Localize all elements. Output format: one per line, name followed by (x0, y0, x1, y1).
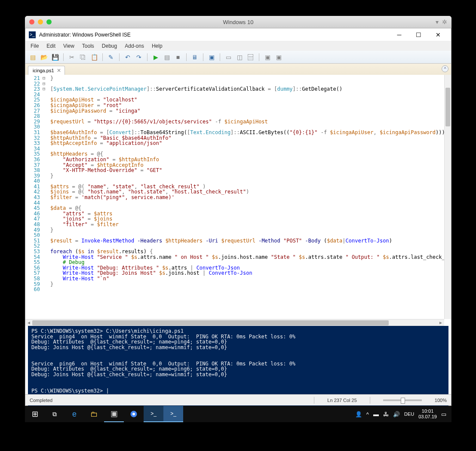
editor-vscroll[interactable] (444, 75, 451, 319)
paste-icon[interactable]: 📋 (89, 52, 99, 62)
status-text: Completed (30, 398, 52, 403)
edge-icon[interactable]: e (64, 406, 84, 422)
collapse-pane-icon[interactable]: ^ (442, 65, 448, 72)
tab-close-icon[interactable]: ✕ (57, 67, 61, 74)
clock[interactable]: 10:01 03.07.19 (418, 408, 437, 420)
scroll-right-icon[interactable]: ► (437, 320, 444, 325)
zoom-slider[interactable] (383, 399, 422, 401)
menu-tools[interactable]: Tools (79, 42, 98, 50)
menu-debug[interactable]: Debug (98, 42, 120, 50)
minimize-button[interactable]: ─ (390, 28, 409, 41)
powershell-ise-window: >_ Administrator: Windows PowerShell ISE… (25, 28, 451, 406)
run-selection-icon[interactable]: ▤ (162, 52, 172, 62)
dropdown-icon[interactable]: ▾ (436, 18, 439, 25)
explorer-icon[interactable]: 🗀 (84, 406, 104, 422)
maximize-icon[interactable] (46, 19, 52, 25)
scroll-left-icon[interactable]: ◄ (25, 320, 32, 325)
chevron-up-icon[interactable]: ^ (366, 411, 369, 417)
vscroll-thumb[interactable] (445, 88, 450, 126)
code-pane[interactable]: } [System.Net.ServicePointManager]::Serv… (49, 75, 444, 319)
menu-view[interactable]: View (60, 42, 78, 50)
mac-titlebar[interactable]: Windows 10 ▾ ✲ (25, 16, 451, 28)
copy-icon[interactable]: ⿻ (78, 52, 88, 62)
win-titlebar[interactable]: >_ Administrator: Windows PowerShell ISE… (25, 28, 451, 41)
menu-help[interactable]: Help (148, 42, 166, 50)
gear-icon[interactable]: ✲ (442, 18, 447, 25)
app-title: Administrator: Windows PowerShell ISE (39, 32, 131, 38)
notifications-icon[interactable]: ▭ (441, 411, 446, 417)
people-icon[interactable]: 👤 (355, 411, 362, 417)
powershell-ise-icon[interactable]: >_ (163, 406, 183, 422)
powershell-icon[interactable]: >_ (144, 406, 163, 422)
clock-date: 03.07.19 (418, 414, 437, 420)
system-tray: 👤 ^ ▬ 🖧 🔊 DEU 10:01 03.07.19 ▭ (355, 406, 451, 422)
new-remote-icon[interactable]: 🖥 (190, 52, 200, 62)
zoom-value: 100% (435, 398, 447, 403)
battery-icon[interactable]: ▬ (373, 411, 379, 417)
editor[interactable]: 21 22 23 24 25 26 27 28 29 30 31 32 33 3… (25, 75, 451, 319)
taskbar: ⊞ ⧉ e 🗀 ▣ >_ >_ 👤 ^ ▬ 🖧 🔊 DEU 10:01 03.0… (25, 406, 451, 422)
hscroll-thumb[interactable] (32, 320, 389, 325)
editor-hscroll[interactable]: ◄ ► (25, 319, 444, 326)
app-icon: >_ (29, 31, 36, 38)
new-file-icon[interactable]: ▤ (28, 52, 37, 62)
layout2-icon[interactable]: ◫ (235, 52, 244, 62)
save-icon[interactable]: 💾 (50, 52, 60, 62)
chrome-icon[interactable] (124, 406, 144, 422)
toolbar: ▤ 📂 💾 ✂ ⿻ 📋 ✎ ↶ ↷ ▶ ▤ ■ 🖥 ▣ ▭ ◫ ⿳ ▣ (25, 51, 451, 64)
tab-icinga[interactable]: icinga.ps1 ✕ (28, 66, 65, 75)
clear-icon[interactable]: ✎ (106, 52, 116, 62)
traffic-lights (29, 19, 52, 25)
run-icon[interactable]: ▶ (151, 52, 160, 62)
undo-icon[interactable]: ↶ (123, 52, 132, 62)
fold-gutter[interactable]: ⊟ ⊟ ⊟ (43, 75, 49, 319)
task-view-icon[interactable]: ⧉ (45, 406, 64, 422)
layout1-icon[interactable]: ▭ (224, 52, 233, 62)
statusbar: Completed Ln 237 Col 25 100% (25, 394, 451, 405)
stop-icon[interactable]: ■ (173, 52, 183, 62)
language-indicator[interactable]: DEU (404, 411, 414, 417)
cut-icon[interactable]: ✂ (67, 52, 77, 62)
layout3-icon[interactable]: ⿳ (246, 52, 255, 62)
tab-label: icinga.ps1 (33, 68, 54, 73)
svg-point-1 (132, 413, 135, 415)
minimize-icon[interactable] (38, 19, 43, 25)
mac-window: Windows 10 ▾ ✲ >_ Administrator: Windows… (25, 16, 451, 422)
cursor-position: Ln 237 Col 25 (327, 398, 357, 403)
network-icon[interactable]: 🖧 (383, 411, 389, 417)
mac-window-title: Windows 10 (223, 19, 254, 25)
powershell-icon[interactable]: ▣ (207, 52, 216, 62)
line-gutter: 21 22 23 24 25 26 27 28 29 30 31 32 33 3… (25, 75, 43, 319)
redo-icon[interactable]: ↷ (134, 52, 144, 62)
menubar: File Edit View Tools Debug Add-ons Help (25, 41, 451, 51)
show-script-icon[interactable]: ▣ (274, 52, 283, 62)
start-button[interactable]: ⊞ (25, 406, 45, 422)
tabs: icinga.ps1 ✕ ^ (25, 64, 451, 75)
maximize-button[interactable]: ☐ (409, 28, 428, 41)
terminal-icon[interactable]: ▣ (104, 406, 124, 422)
menu-addons[interactable]: Add-ons (121, 42, 147, 50)
volume-icon[interactable]: 🔊 (393, 411, 400, 417)
menu-file[interactable]: File (27, 42, 42, 50)
mac-tools: ▾ ✲ (436, 18, 447, 25)
clock-time: 10:01 (418, 408, 437, 414)
win-controls: ─ ☐ ✕ (390, 28, 448, 41)
menu-edit[interactable]: Edit (43, 42, 59, 50)
open-file-icon[interactable]: 📂 (39, 52, 49, 62)
close-icon[interactable] (29, 19, 34, 25)
show-commands-icon[interactable]: ▣ (263, 52, 272, 62)
close-button[interactable]: ✕ (428, 28, 448, 41)
